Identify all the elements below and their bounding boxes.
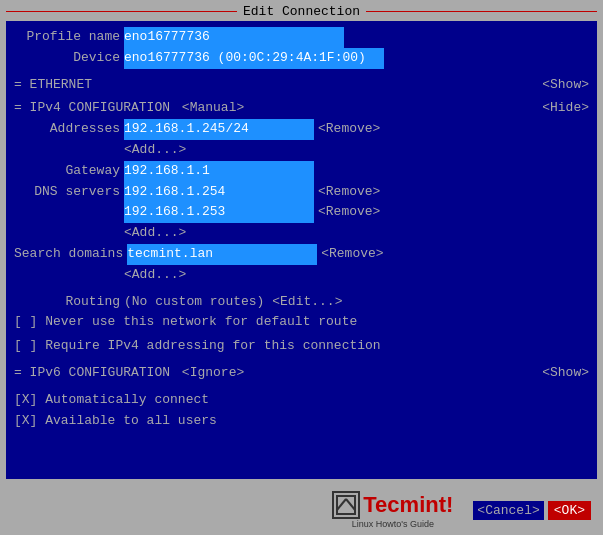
addresses-row: Addresses 192.168.1.245/24 <Remove> [14,119,589,140]
svg-line-2 [346,499,355,510]
gateway-row: Gateway 192.168.1.1 [14,161,589,182]
logo-icon [332,491,360,519]
remove-search-btn[interactable]: <Remove> [321,244,383,265]
window: Edit Connection Profile name eno16777736… [0,0,603,535]
gateway-value[interactable]: 192.168.1.1 [124,161,314,182]
ipv4-config-row: = IPv4 CONFIGURATION <Manual> <Hide> [14,98,589,119]
profile-name-value[interactable]: eno16777736 [124,27,344,48]
ipv6-label: = IPv6 CONFIGURATION <Ignore> [14,363,244,384]
svg-line-1 [337,499,346,510]
dns2-spacer [14,202,124,223]
logo-svg [335,494,357,516]
search-label: Search domains [14,244,127,265]
svg-rect-0 [337,496,355,514]
ethernet-label: = ETHERNET [14,75,92,96]
ok-button[interactable]: <OK> [548,501,591,520]
dns2-row: 192.168.1.253 <Remove> [14,202,589,223]
logo-area: Tecmint! Linux Howto's Guide [332,491,453,529]
logo-sub: Linux Howto's Guide [352,519,434,529]
routing-label: Routing [14,292,124,313]
search-value[interactable]: tecmint.lan [127,244,317,265]
remove-dns1-btn[interactable]: <Remove> [318,182,380,203]
auto-connect-check[interactable]: [X] Automatically connect [14,390,209,411]
dns2-value[interactable]: 192.168.1.253 [124,202,314,223]
logo-text: Tecmint! [363,492,453,518]
ipv4-hide[interactable]: <Hide> [542,98,589,119]
available-all-check[interactable]: [X] Available to all users [14,411,217,432]
add-address-btn[interactable]: <Add...> [124,140,186,161]
require-ipv4-check[interactable]: [ ] Require IPv4 addressing for this con… [14,336,381,357]
add-dns-btn[interactable]: <Add...> [124,223,186,244]
ethernet-row: = ETHERNET <Show> [14,75,589,96]
device-label: Device [14,48,124,69]
gateway-label: Gateway [14,161,124,182]
ethernet-show[interactable]: <Show> [542,75,589,96]
ipv4-label: = IPv4 CONFIGURATION <Manual> [14,98,244,119]
device-value[interactable]: eno16777736 (00:0C:29:4A:1F:00) [124,48,384,69]
remove-address-btn[interactable]: <Remove> [318,119,380,140]
addr-spacer [14,140,124,161]
address-value[interactable]: 192.168.1.245/24 [124,119,314,140]
routing-row: Routing (No custom routes) <Edit...> [14,292,589,313]
ipv6-config-row: = IPv6 CONFIGURATION <Ignore> <Show> [14,363,589,384]
never-route-check[interactable]: [ ] Never use this network for default r… [14,312,357,333]
bottom-bar: Tecmint! Linux Howto's Guide <Cancel> <O… [0,485,603,535]
dns1-row: DNS servers 192.168.1.254 <Remove> [14,182,589,203]
add-address-row: <Add...> [14,140,589,161]
title-line-left [6,11,237,12]
require-ipv4-row[interactable]: [ ] Require IPv4 addressing for this con… [14,336,589,357]
routing-value[interactable]: (No custom routes) <Edit...> [124,292,342,313]
ipv6-show[interactable]: <Show> [542,363,589,384]
auto-connect-row[interactable]: [X] Automatically connect [14,390,589,411]
title-line-right [366,11,597,12]
cancel-button[interactable]: <Cancel> [473,501,543,520]
search-add-spacer [14,265,124,286]
add-dns-row: <Add...> [14,223,589,244]
logo-box: Tecmint! [332,491,453,519]
title-text: Edit Connection [243,4,360,19]
title-bar: Edit Connection [0,0,603,21]
remove-dns2-btn[interactable]: <Remove> [318,202,380,223]
dns-label: DNS servers [14,182,124,203]
available-all-row[interactable]: [X] Available to all users [14,411,589,432]
device-row: Device eno16777736 (00:0C:29:4A:1F:00) [14,48,589,69]
add-search-btn[interactable]: <Add...> [124,265,186,286]
search-row: Search domains tecmint.lan <Remove> [14,244,589,265]
profile-name-row: Profile name eno16777736 [14,27,589,48]
profile-name-label: Profile name [14,27,124,48]
main-content: Profile name eno16777736 Device eno16777… [6,21,597,479]
never-route-row[interactable]: [ ] Never use this network for default r… [14,312,589,333]
addresses-label: Addresses [14,119,124,140]
dns1-value[interactable]: 192.168.1.254 [124,182,314,203]
dns-add-spacer [14,223,124,244]
add-search-row: <Add...> [14,265,589,286]
